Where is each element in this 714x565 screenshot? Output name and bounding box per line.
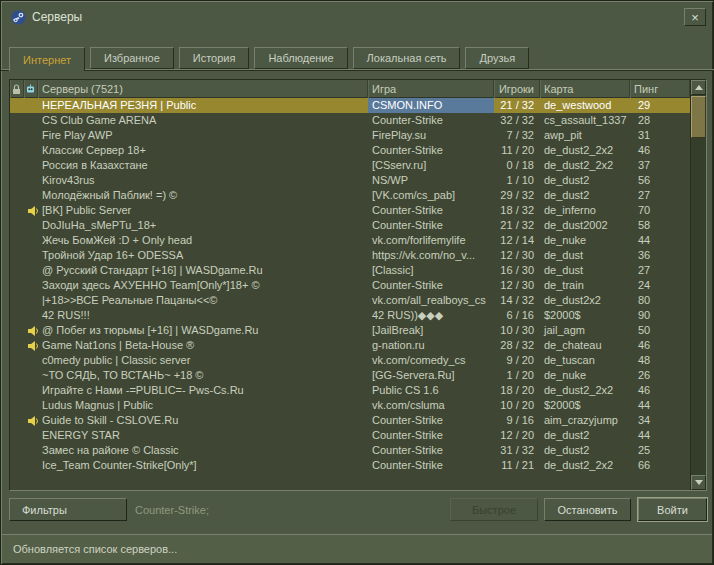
server-name: DoJIuHa_sMePTu_18+ xyxy=(38,218,368,233)
server-row[interactable]: Классик Сервер 18+ Counter-Strike 11 / 2… xyxy=(10,143,690,158)
server-game: Counter-Strike xyxy=(368,143,494,158)
server-map: jail_agm xyxy=(540,323,630,338)
close-icon: × xyxy=(691,11,699,24)
server-row[interactable]: @ Русский Стандарт [+16] | WASDgame.Ru [… xyxy=(10,263,690,278)
server-row[interactable]: Замес на районе © Classic Counter-Strike… xyxy=(10,443,690,458)
server-ping: 56 xyxy=(630,173,690,188)
server-row[interactable]: Играйте с Нами -=PUBLIC=- Pws-Cs.Ru Publ… xyxy=(10,383,690,398)
server-game: Counter-Strike xyxy=(368,278,494,293)
server-row[interactable]: Kirov43rus NS/WP 1 / 10 de_dust2 56 xyxy=(10,173,690,188)
tab-item[interactable]: Интернет xyxy=(9,47,85,71)
row-lock-cell xyxy=(10,263,24,278)
server-row[interactable]: ENERGY STAR Counter-Strike 12 / 20 de_du… xyxy=(10,428,690,443)
server-players: 11 / 20 xyxy=(494,143,540,158)
server-players: 10 / 20 xyxy=(494,398,540,413)
server-name: НЕРЕАЛЬНАЯ РЕЗНЯ | Public xyxy=(38,98,368,113)
row-lock-cell xyxy=(10,218,24,233)
server-row[interactable]: CS Club Game ARENA Counter-Strike 32 / 3… xyxy=(10,113,690,128)
server-name: Классик Сервер 18+ xyxy=(38,143,368,158)
server-row[interactable]: Ice_Team Counter-Strike[Only*] Counter-S… xyxy=(10,458,690,473)
column-header-map[interactable]: Карта xyxy=(540,80,630,98)
server-game: [VK.com/cs_pab] xyxy=(368,188,494,203)
row-lock-cell xyxy=(10,443,24,458)
server-ping: 34 xyxy=(630,413,690,428)
server-players: 9 / 16 xyxy=(494,413,540,428)
server-map: de_dust2 xyxy=(540,188,630,203)
server-row[interactable]: [BK] Public Server Counter-Strike 18 / 3… xyxy=(10,203,690,218)
server-game: vk.com/comedy_cs xyxy=(368,353,494,368)
row-lock-cell xyxy=(10,233,24,248)
server-players: 16 / 30 xyxy=(494,263,540,278)
scroll-down-button[interactable] xyxy=(691,475,706,490)
stop-button-label: Остановить xyxy=(557,504,617,516)
column-header-lock[interactable] xyxy=(10,80,24,98)
tab-item[interactable]: История xyxy=(179,47,250,69)
server-row[interactable]: ~ТО СЯДЬ, ТО ВСТАНЬ~ +18 © [GG-Servera.R… xyxy=(10,368,690,383)
row-icon-cell xyxy=(24,293,38,308)
scrollbar-thumb[interactable] xyxy=(691,96,706,138)
row-lock-cell xyxy=(10,188,24,203)
server-players: 21 / 32 xyxy=(494,218,540,233)
tab-label: Наблюдение xyxy=(268,52,333,64)
row-lock-cell xyxy=(10,413,24,428)
row-lock-cell xyxy=(10,338,24,353)
server-players: 0 / 18 xyxy=(494,158,540,173)
server-map: de_train xyxy=(540,278,630,293)
server-game: 42 RUS))◆◆◆ xyxy=(368,308,494,323)
server-row[interactable]: Жечь БомЖей :D + Only head vk.com/forlif… xyxy=(10,233,690,248)
server-row[interactable]: Fire Play AWP FirePlay.su 7 / 32 awp_pit… xyxy=(10,128,690,143)
close-button[interactable]: × xyxy=(684,8,706,26)
tab-item[interactable]: Наблюдение xyxy=(254,47,347,69)
column-header-servers[interactable]: Серверы (7521) xyxy=(38,80,368,98)
server-ping: 26 xyxy=(630,368,690,383)
server-row[interactable]: Guide to Skill - CSLOVE.Ru Counter-Strik… xyxy=(10,413,690,428)
server-row[interactable]: Game Nat1ons | Beta-House ® g-nation.ru … xyxy=(10,338,690,353)
tab-item[interactable]: Друзья xyxy=(465,47,529,69)
row-icon-cell xyxy=(24,413,38,428)
quick-button[interactable]: Быстрое xyxy=(450,498,538,521)
server-game: [JailBreak] xyxy=(368,323,494,338)
server-row[interactable]: |+18>>ВСЕ Реальные Пацаны<<© vk.com/all_… xyxy=(10,293,690,308)
server-map: de_dust xyxy=(540,263,630,278)
scroll-up-button[interactable] xyxy=(691,80,706,95)
server-rows: НЕРЕАЛЬНАЯ РЕЗНЯ | Public CSMON.INFO 21 … xyxy=(10,98,690,490)
server-name: Жечь БомЖей :D + Only head xyxy=(38,233,368,248)
servers-window: Серверы × Интернет Избранное История Наб… xyxy=(0,0,714,565)
row-lock-cell xyxy=(10,323,24,338)
server-row[interactable]: НЕРЕАЛЬНАЯ РЕЗНЯ | Public CSMON.INFO 21 … xyxy=(10,98,690,113)
tab-item[interactable]: Избранное xyxy=(90,47,174,69)
server-game: Counter-Strike xyxy=(368,428,494,443)
filters-button[interactable]: Фильтры xyxy=(9,498,127,521)
row-icon-cell xyxy=(24,368,38,383)
vertical-scrollbar[interactable] xyxy=(690,80,706,490)
server-row[interactable]: 42 RUS!!! 42 RUS))◆◆◆ 6 / 16 $2000$ 90 xyxy=(10,308,690,323)
row-icon-cell xyxy=(24,173,38,188)
server-row[interactable]: Молодёжный Паблик! =) © [VK.com/cs_pab] … xyxy=(10,188,690,203)
tab-label: Интернет xyxy=(23,54,71,66)
server-row[interactable]: Заходи здесь АХУЕННО Team[Only*]18+ © Co… xyxy=(10,278,690,293)
server-row[interactable]: Ludus Magnus | Public vk.com/csluma 10 /… xyxy=(10,398,690,413)
column-header-bot[interactable] xyxy=(24,80,38,98)
server-game: Counter-Strike xyxy=(368,113,494,128)
tab-label: Друзья xyxy=(479,52,515,64)
column-header-players[interactable]: Игроки xyxy=(494,80,540,98)
server-row[interactable]: c0medy public | Classic server vk.com/co… xyxy=(10,353,690,368)
row-icon-cell xyxy=(24,233,38,248)
lock-icon xyxy=(12,84,21,95)
server-map: de_nuke xyxy=(540,368,630,383)
list-header: Серверы (7521) Игра Игроки Карта Пинг xyxy=(10,80,690,98)
server-ping: 37 xyxy=(630,158,690,173)
server-row[interactable]: DoJIuHa_sMePTu_18+ Counter-Strike 21 / 3… xyxy=(10,218,690,233)
server-row[interactable]: Тройной Удар 16+ ODESSA https://vk.com/n… xyxy=(10,248,690,263)
join-server-button[interactable]: Войти xyxy=(638,498,707,521)
server-row[interactable]: Россия в Казахстане [CSserv.ru] 0 / 18 d… xyxy=(10,158,690,173)
stop-refresh-button[interactable]: Остановить xyxy=(544,498,631,521)
tab-item[interactable]: Локальная сеть xyxy=(353,47,461,69)
column-header-ping[interactable]: Пинг xyxy=(630,80,690,98)
speaker-icon xyxy=(28,416,38,426)
row-icon-cell xyxy=(24,98,38,113)
server-ping: 50 xyxy=(630,323,690,338)
server-row[interactable]: @ Побег из тюрьмы [+16] | WASDgame.Ru [J… xyxy=(10,323,690,338)
column-header-game[interactable]: Игра xyxy=(368,80,494,98)
server-game: FirePlay.su xyxy=(368,128,494,143)
